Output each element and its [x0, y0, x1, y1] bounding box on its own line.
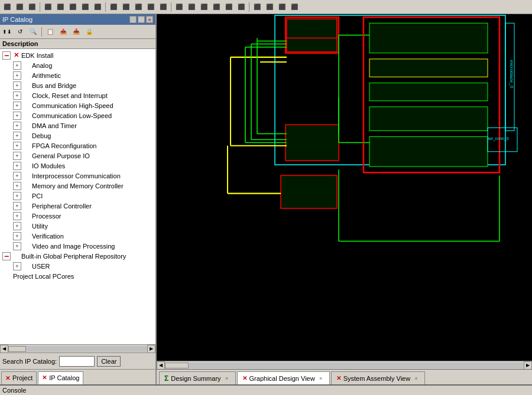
processor-expand-icon[interactable]: +	[13, 212, 21, 220]
builtin-collapse-icon[interactable]: −	[2, 252, 11, 260]
tree-item-peripheral[interactable]: + Peripheral Controller	[0, 201, 155, 211]
system-assembly-tab-close[interactable]: ×	[413, 375, 420, 382]
comm-low-expand-icon[interactable]: +	[13, 112, 21, 120]
io-expand-icon[interactable]: +	[13, 162, 21, 170]
analog-expand-icon[interactable]: +	[13, 61, 21, 70]
edk-install-collapse-icon[interactable]: −	[2, 51, 11, 60]
ip-toolbar-btn-5[interactable]: 📤	[57, 27, 69, 37]
toolbar-btn-10[interactable]: ⬛	[120, 2, 132, 12]
debug-expand-icon[interactable]: +	[13, 132, 21, 140]
fpga-expand-icon[interactable]: +	[13, 142, 21, 150]
toolbar-btn-22[interactable]: ⬛	[276, 2, 288, 12]
tree-scroll-left-btn[interactable]: ◀	[0, 345, 8, 353]
memory-expand-icon[interactable]: +	[13, 182, 21, 190]
toolbar-btn-21[interactable]: ⬛	[264, 2, 275, 12]
verification-icon	[22, 232, 31, 240]
ip-toolbar-btn-3[interactable]: 🔍	[27, 27, 39, 37]
bus-bridge-expand-icon[interactable]: +	[13, 81, 21, 90]
tree-item-dma[interactable]: + DMA and Timer	[0, 120, 155, 130]
ip-catalog-restore-btn[interactable]: □	[138, 16, 145, 23]
tree-item-io-modules[interactable]: + IO Modules	[0, 161, 155, 171]
tree-item-arithmetic[interactable]: + Arithmetic	[0, 70, 155, 80]
ip-toolbar-btn-6[interactable]: 📥	[70, 27, 82, 37]
toolbar-btn-16[interactable]: ⬛	[198, 2, 210, 12]
comm-high-expand-icon[interactable]: +	[13, 102, 21, 110]
ip-catalog-minimize-btn[interactable]: _	[129, 16, 137, 23]
toolbar-btn-6[interactable]: ⬛	[67, 2, 79, 12]
gpio-expand-icon[interactable]: +	[13, 152, 21, 160]
video-expand-icon[interactable]: +	[13, 242, 21, 250]
ip-toolbar-btn-2[interactable]: ↺	[14, 27, 26, 37]
tree-item-verification[interactable]: + Verification	[0, 231, 155, 241]
tree-item-clock-reset[interactable]: + Clock, Reset and Interrupt	[0, 90, 155, 100]
toolbar-btn-18[interactable]: ⬛	[223, 2, 235, 12]
ip-toolbar-btn-4[interactable]: 📋	[44, 27, 56, 37]
toolbar-btn-11[interactable]: ⬛	[132, 2, 144, 12]
tree-item-memory[interactable]: + Memory and Memory Controller	[0, 181, 155, 191]
tree-item-comm-low[interactable]: + Communication Low-Speed	[0, 110, 155, 120]
toolbar-btn-19[interactable]: ⬛	[235, 2, 247, 12]
canvas-h-scrollbar[interactable]: ◀ ▶	[157, 361, 532, 369]
toolbar-btn-17[interactable]: ⬛	[210, 2, 222, 12]
peripheral-expand-icon[interactable]: +	[13, 202, 21, 210]
tree-h-scrollbar[interactable]: ◀ ▶	[0, 344, 155, 352]
canvas-scroll-right-btn[interactable]: ▶	[524, 361, 532, 370]
canvas-scroll-thumb[interactable]	[165, 363, 189, 368]
tree-item-utility[interactable]: + Utility	[0, 221, 155, 231]
clock-reset-expand-icon[interactable]: +	[13, 92, 21, 100]
tree-item-pci[interactable]: + PCI	[0, 191, 155, 201]
ip-toolbar-btn-1[interactable]: ⬆⬇	[1, 27, 13, 37]
graphical-tab-close[interactable]: ×	[317, 375, 325, 382]
tree-item-fpga[interactable]: + FPGA Reconfiguration	[0, 141, 155, 151]
arithmetic-expand-icon[interactable]: +	[13, 71, 21, 80]
toolbar-btn-8[interactable]: ⬛	[92, 2, 103, 12]
toolbar-btn-5[interactable]: ⬛	[54, 2, 66, 12]
tree-item-analog[interactable]: + Analog	[0, 60, 155, 70]
tab-system-assembly[interactable]: ✕ System Assembly View ×	[331, 371, 426, 384]
clear-button[interactable]: Clear	[97, 356, 121, 367]
tree-item-video[interactable]: + Video and Image Processing	[0, 241, 155, 251]
toolbar-btn-15[interactable]: ⬛	[186, 2, 197, 12]
tree-item-builtin[interactable]: − Built-in Global Peripheral Repository	[0, 251, 155, 261]
toolbar-btn-1[interactable]: ⬛	[1, 2, 13, 12]
tree-item-comm-high[interactable]: + Communication High-Speed	[0, 100, 155, 110]
tab-ip-catalog[interactable]: ✕ IP Catalog	[38, 371, 83, 384]
search-input[interactable]	[59, 356, 95, 367]
toolbar-btn-2[interactable]: ⬛	[14, 2, 25, 12]
toolbar-btn-14[interactable]: ⬛	[173, 2, 185, 12]
tree-item-processor[interactable]: + Processor	[0, 211, 155, 221]
tab-design-summary[interactable]: Σ Design Summary ×	[159, 371, 236, 384]
bottom-left-tabs: ✕ Project ✕ IP Catalog	[0, 369, 155, 384]
ip-catalog-close-btn[interactable]: ×	[146, 16, 153, 23]
utility-expand-icon[interactable]: +	[13, 222, 21, 230]
toolbar-btn-13[interactable]: ⬛	[157, 2, 169, 12]
tree-item-interprocessor[interactable]: + Interprocessor Communication	[0, 171, 155, 181]
toolbar-btn-12[interactable]: ⬛	[145, 2, 157, 12]
pci-expand-icon[interactable]: +	[13, 192, 21, 200]
tab-project[interactable]: ✕ Project	[1, 371, 37, 384]
tree-item-debug[interactable]: + Debug	[0, 130, 155, 141]
tree-view[interactable]: − ✕ EDK Install + Analog + Arithmetic + …	[0, 49, 155, 344]
toolbar-btn-20[interactable]: ⬛	[251, 2, 263, 12]
tree-item-edk-install[interactable]: − ✕ EDK Install	[0, 50, 155, 60]
tree-scroll-right-btn[interactable]: ▶	[147, 345, 155, 353]
dma-expand-icon[interactable]: +	[13, 122, 21, 130]
project-local-icon	[2, 272, 12, 280]
interprocessor-expand-icon[interactable]: +	[13, 172, 21, 180]
toolbar-btn-7[interactable]: ⬛	[79, 2, 91, 12]
verification-expand-icon[interactable]: +	[13, 232, 21, 240]
tree-item-gpio[interactable]: + General Purpose IO	[0, 151, 155, 161]
toolbar-btn-4[interactable]: ⬛	[42, 2, 54, 12]
ip-toolbar-btn-7[interactable]: 🔒	[83, 27, 95, 37]
user-expand-icon[interactable]: +	[13, 262, 21, 270]
tree-item-bus-bridge[interactable]: + Bus and Bridge	[0, 80, 155, 90]
toolbar-btn-23[interactable]: ⬛	[288, 2, 300, 12]
tree-scroll-thumb[interactable]	[8, 346, 26, 352]
design-summary-tab-close[interactable]: ×	[223, 375, 231, 382]
canvas-scroll-left-btn[interactable]: ◀	[157, 361, 165, 370]
toolbar-btn-3[interactable]: ⬛	[26, 2, 38, 12]
tree-item-project-local[interactable]: Project Local PCores	[0, 271, 155, 281]
toolbar-btn-9[interactable]: ⬛	[108, 2, 119, 12]
tab-graphical-design[interactable]: ✕ Graphical Design View ×	[237, 371, 330, 384]
tree-item-user[interactable]: + USER	[0, 261, 155, 271]
